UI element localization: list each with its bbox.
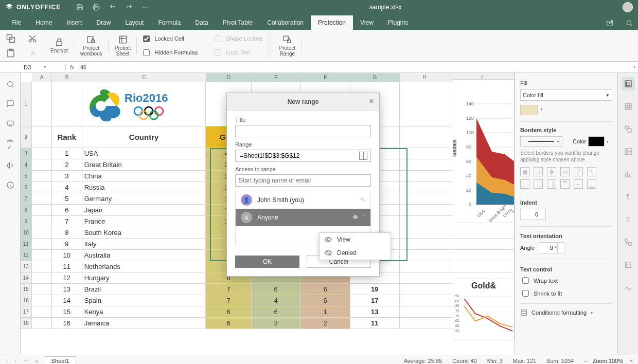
fx-icon[interactable]: fx xyxy=(66,64,78,70)
chart-gold[interactable]: Gold& 9085807570656055 als xyxy=(453,279,515,340)
chat-icon[interactable] xyxy=(6,119,14,128)
border-diag2-icon[interactable]: ╲ xyxy=(587,167,596,176)
tab-home[interactable]: Home xyxy=(28,15,59,30)
redo-icon[interactable] xyxy=(126,4,133,11)
cut-icon[interactable] xyxy=(27,33,38,44)
col-header[interactable]: B xyxy=(52,73,82,82)
tab-protection[interactable]: Protection xyxy=(311,15,353,30)
tab-collab[interactable]: Collaboration xyxy=(260,15,311,30)
border-box-icon[interactable]: ▭ xyxy=(560,167,570,176)
fill-color-swatch[interactable] xyxy=(520,105,538,115)
tab-pivot-icon[interactable] xyxy=(622,235,635,249)
tab-cell-icon[interactable] xyxy=(622,77,635,90)
col-header[interactable]: C xyxy=(82,73,206,82)
sheet-add-icon[interactable]: ＋ xyxy=(23,357,29,364)
tab-slicer-icon[interactable] xyxy=(622,258,635,271)
encrypt-group[interactable]: Encrypt xyxy=(48,38,70,53)
tab-shape-icon[interactable] xyxy=(622,122,635,136)
tab-table-icon[interactable] xyxy=(622,100,635,113)
border-innerv-icon[interactable]: │ xyxy=(534,179,543,189)
tab-chart-icon[interactable] xyxy=(622,168,635,181)
tab-paragraph-icon[interactable]: ¶ xyxy=(622,190,635,204)
copy-icon[interactable] xyxy=(5,33,16,44)
conditional-formatting[interactable]: Conditional formatting▾ xyxy=(520,309,612,316)
angle-input[interactable]: 0 ° xyxy=(539,242,564,253)
shrink-fit-check[interactable]: Shrink to fit xyxy=(520,288,612,298)
border-none-icon[interactable]: □ xyxy=(534,167,543,176)
undo-icon[interactable] xyxy=(109,4,116,11)
protect-workbook[interactable]: Protect workbook xyxy=(78,35,104,57)
save-icon[interactable] xyxy=(76,4,83,11)
tab-file[interactable]: File xyxy=(4,15,28,30)
wrap-text-check[interactable]: Wrap text xyxy=(520,276,612,285)
border-weight-select[interactable] xyxy=(520,136,562,147)
tab-textart-icon[interactable]: T xyxy=(622,213,635,226)
spellcheck-icon[interactable]: ᴬᴮᶜ✓ xyxy=(7,139,13,150)
tab-draw[interactable]: Draw xyxy=(89,15,118,30)
tab-pivot[interactable]: Pivot Table xyxy=(216,15,260,30)
border-left-icon[interactable]: ▏ xyxy=(520,179,529,189)
expand-fx-icon[interactable]: ▾ xyxy=(631,65,638,69)
svg-text:Ru: Ru xyxy=(511,207,515,214)
more-icon[interactable]: ⋯ xyxy=(142,4,148,11)
tab-image-icon[interactable] xyxy=(622,145,635,158)
border-inner-icon[interactable]: ╬ xyxy=(547,167,556,176)
tab-plugins[interactable]: Plugins xyxy=(381,15,415,30)
feedback-icon[interactable] xyxy=(6,161,14,170)
tab-formula[interactable]: Formula xyxy=(151,15,188,30)
tab-insert[interactable]: Insert xyxy=(59,15,89,30)
border-diag1-icon[interactable]: ╱ xyxy=(574,167,583,176)
border-color-select[interactable] xyxy=(588,136,605,147)
indent-input[interactable]: 0 xyxy=(520,209,546,220)
find-icon[interactable] xyxy=(6,80,14,88)
name-box[interactable]: D3▼ xyxy=(21,64,66,70)
open-location-icon[interactable] xyxy=(606,20,613,27)
print-icon[interactable] xyxy=(93,4,100,11)
comments-icon[interactable] xyxy=(6,100,14,108)
formula-input[interactable]: 46 xyxy=(78,64,631,70)
chart-medals[interactable]: Medals 140120100806040200 USA Great Brit… xyxy=(453,79,515,223)
user-avatar[interactable] xyxy=(623,2,633,12)
tab-signature-icon[interactable] xyxy=(622,281,635,294)
fill-type-select[interactable]: Color fill▼ xyxy=(520,89,612,101)
col-header[interactable]: G xyxy=(350,73,400,82)
svg-text:55: 55 xyxy=(455,329,459,333)
tab-view[interactable]: View xyxy=(353,15,381,30)
col-header[interactable]: F xyxy=(301,73,350,82)
about-icon[interactable] xyxy=(6,181,14,189)
search-icon[interactable] xyxy=(626,20,633,27)
zoom-out-icon[interactable]: − xyxy=(584,358,587,364)
col-header[interactable]: E xyxy=(252,73,301,82)
border-innerh-icon[interactable]: ─ xyxy=(574,179,583,189)
protect-sheet[interactable]: Protect Sheet xyxy=(113,35,133,57)
clear-icon[interactable]: ⎚ xyxy=(27,47,38,59)
border-outer-icon[interactable]: ▦ xyxy=(520,167,529,176)
spreadsheet-grid[interactable]: A B C D E F G H I 1Rio20162RankCountryGo… xyxy=(21,73,515,355)
sheet-list-icon[interactable]: ≡ xyxy=(35,358,38,364)
border-top-icon[interactable]: ▔ xyxy=(560,179,570,189)
zoom-in-icon[interactable]: ＋ xyxy=(628,357,634,364)
hidden-formulas-check[interactable]: Hidden Formulas xyxy=(141,48,198,58)
border-right-icon[interactable]: ▕ xyxy=(547,179,556,189)
sheet-next-icon[interactable]: › xyxy=(14,358,16,364)
border-icons-row2: ▏│▕▔─▁ xyxy=(520,179,612,189)
paste-icon[interactable] xyxy=(5,47,16,59)
status-min: Min: 3 xyxy=(487,358,503,364)
locked-cell-check[interactable]: Locked Cell xyxy=(141,34,198,44)
border-bottom-icon[interactable]: ▁ xyxy=(587,179,596,189)
encrypt-label: Encrypt xyxy=(50,48,68,53)
col-header[interactable]: D xyxy=(206,73,252,82)
tab-data[interactable]: Data xyxy=(188,15,215,30)
sheet-tab[interactable]: Sheet1 xyxy=(45,356,76,364)
sheet-prev-icon[interactable]: ‹ xyxy=(6,358,8,364)
titlebar: ONLYOFFICE ⋯ sample.xlsx xyxy=(0,0,638,14)
protect-range[interactable]: Protect Range xyxy=(277,35,298,57)
svg-text:65: 65 xyxy=(455,319,459,322)
formula-bar: D3▼ fx 46 ▾ xyxy=(0,62,638,73)
col-header[interactable]: H xyxy=(400,73,450,82)
tab-layout[interactable]: Layout xyxy=(118,15,151,30)
app-logo: ONLYOFFICE xyxy=(5,3,61,11)
svg-text:70: 70 xyxy=(455,314,459,318)
zoom-label[interactable]: Zoom 100% xyxy=(593,358,623,364)
col-header[interactable]: A xyxy=(32,73,52,82)
